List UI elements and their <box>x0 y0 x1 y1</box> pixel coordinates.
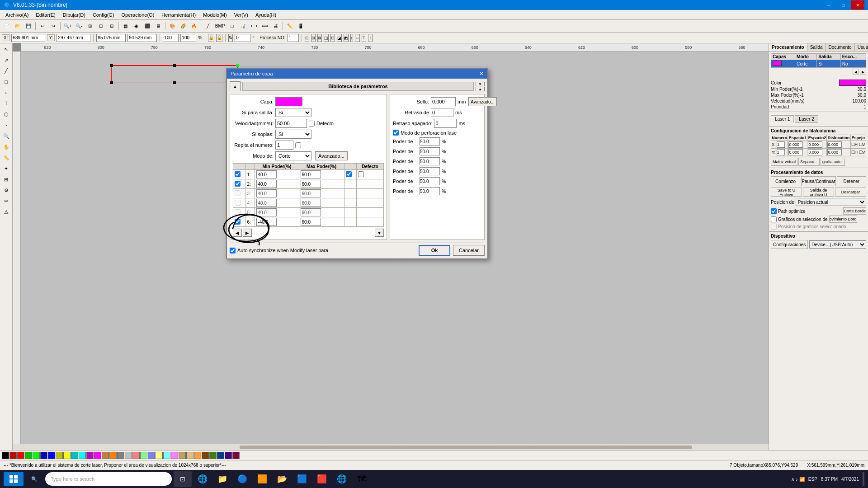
palette-brown[interactable] <box>102 452 109 459</box>
zoom-sel-button[interactable]: ⊡ <box>96 21 106 31</box>
maximize-button[interactable]: □ <box>836 0 850 9</box>
palette-cyan[interactable] <box>79 452 86 459</box>
min-poder-4[interactable] <box>256 199 277 207</box>
show-desktop-btn[interactable] <box>863 472 864 486</box>
device-select[interactable]: Device---(USB:Auto) <box>809 240 866 249</box>
palette-darkmagenta[interactable] <box>86 452 94 459</box>
retraso-input[interactable] <box>431 108 453 117</box>
config-y-esp2[interactable] <box>808 149 822 155</box>
lock-btn[interactable]: 🔒 <box>208 34 214 42</box>
graph-btn5[interactable]: ⟷ <box>249 21 259 31</box>
menu-modelo[interactable]: Modelo(M) <box>199 11 231 19</box>
retraso-apagado-input[interactable] <box>434 119 457 128</box>
rect-tool[interactable]: □ <box>1 77 11 87</box>
view-btn4[interactable]: 🖥 <box>153 21 163 31</box>
tab-procesamiento[interactable]: Procesamiento <box>769 43 807 51</box>
view-btn3[interactable]: ⬛ <box>142 21 152 31</box>
taskbar-chrome[interactable]: 🔵 <box>233 471 251 487</box>
min-poder-5[interactable] <box>256 208 277 216</box>
power-defecto-1[interactable] <box>358 171 364 177</box>
laser2-tab[interactable]: Laser 2 <box>795 115 818 123</box>
salida-u-button[interactable]: Salida de archivo U <box>803 188 834 197</box>
start-button[interactable] <box>4 472 24 486</box>
save-button[interactable]: 💾 <box>24 21 33 31</box>
graph-btn3[interactable]: □ <box>227 21 237 31</box>
menu-operaciones[interactable]: Operacione(O) <box>118 11 158 19</box>
auto-sync-check[interactable] <box>230 248 236 253</box>
pos-graficos-check[interactable] <box>771 224 777 230</box>
x-coord-input[interactable] <box>11 34 45 42</box>
modo-select[interactable]: Corte Grabado <box>275 151 311 160</box>
tool-btn3[interactable]: 🔥 <box>189 21 199 31</box>
circle-tool[interactable]: ○ <box>1 88 11 98</box>
tab-documento[interactable]: Documento <box>826 43 855 51</box>
menu-archivo[interactable]: Archivo(A) <box>2 11 32 19</box>
dialog-scroll-down[interactable]: ▼ <box>476 82 485 86</box>
palette-wheat[interactable] <box>186 452 193 459</box>
palette-darkcyan[interactable] <box>71 452 78 459</box>
descargar-button[interactable]: Descargar <box>835 188 866 197</box>
nav-prev[interactable]: ◀ <box>233 229 242 237</box>
undo-button[interactable]: ↩ <box>38 21 47 31</box>
config-y-dis[interactable] <box>827 149 842 155</box>
select-tool[interactable]: ↖ <box>1 44 11 54</box>
menu-ayuda[interactable]: Ayuda(H) <box>252 11 280 19</box>
align-btn3[interactable]: ⊠ <box>317 34 322 42</box>
config-x-esp2[interactable] <box>808 141 822 148</box>
align-btn11[interactable]: ⊥ <box>368 34 373 42</box>
taskbar-app9[interactable]: 🗺 <box>353 471 371 487</box>
height-input[interactable] <box>127 34 157 42</box>
palette-darkyellow[interactable] <box>56 452 63 459</box>
taskbar-app4[interactable]: 🟧 <box>253 471 271 487</box>
taskbar-app5[interactable]: 📂 <box>273 471 291 487</box>
rotate-btn[interactable]: ↻ <box>228 34 233 42</box>
repita-check[interactable] <box>295 142 301 148</box>
path-tool[interactable]: ⚙ <box>1 185 11 195</box>
palette-maroon[interactable] <box>232 452 240 459</box>
dialog-scroll-up-sm[interactable]: ▲ <box>476 87 485 91</box>
measure-tool[interactable]: 📏 <box>1 153 11 163</box>
corte-borde-button[interactable]: Corte Borde <box>843 207 866 215</box>
max-poder-6[interactable] <box>301 218 321 226</box>
zoom-all-button[interactable]: ⊟ <box>107 21 117 31</box>
save-u-button[interactable]: Save to U Archivo <box>771 188 802 197</box>
max-poder-4[interactable] <box>301 199 321 207</box>
open-button[interactable]: 📂 <box>13 21 23 31</box>
zoom-in-button[interactable]: 🔍+ <box>62 21 73 31</box>
grid-tool[interactable]: ⊞ <box>1 174 11 184</box>
close-button[interactable]: ✕ <box>851 0 864 9</box>
taskbar-app7[interactable]: 🟥 <box>313 471 331 487</box>
palette-blue[interactable] <box>48 452 55 459</box>
sello-input[interactable] <box>431 97 456 106</box>
palette-lightgreen[interactable] <box>140 452 147 459</box>
min-poder-6[interactable] <box>256 218 277 226</box>
min-poder-1[interactable] <box>256 170 277 178</box>
align-btn7[interactable]: ◩ <box>344 34 349 42</box>
minimize-button[interactable]: ─ <box>822 0 835 9</box>
matrix-virtual-btn[interactable]: Matriz virtual <box>771 158 797 166</box>
si-soplas-select[interactable]: Si No <box>275 130 311 139</box>
menu-ver[interactable]: Ver(V) <box>231 11 252 19</box>
pausa-button[interactable]: Pausa/Continuar <box>801 176 836 186</box>
power-check-5a[interactable] <box>235 209 241 215</box>
redo-button[interactable]: ↪ <box>48 21 58 31</box>
si-salida-select[interactable]: Si No <box>275 108 311 117</box>
palette-orange[interactable] <box>109 452 117 459</box>
rotate-input[interactable] <box>235 34 250 42</box>
unlock-btn[interactable]: 🔓 <box>216 34 222 42</box>
tool-btn1[interactable]: 🎨 <box>167 21 177 31</box>
tab-usuario[interactable]: Usuario <box>855 43 868 51</box>
taskview-button[interactable]: ⊡ <box>174 471 192 487</box>
power-check-3a[interactable] <box>235 190 241 196</box>
zoom2-input[interactable] <box>180 34 196 42</box>
palette-lightred[interactable] <box>132 452 140 459</box>
view-btn1[interactable]: ▦ <box>121 21 131 31</box>
taskbar-app6[interactable]: 🟦 <box>293 471 311 487</box>
modo-perforacion-check[interactable] <box>393 130 399 136</box>
palette-darkblue[interactable] <box>40 452 47 459</box>
laser-btn1[interactable]: ✏️ <box>285 21 295 31</box>
zoom-out-button[interactable]: 🔍- <box>74 21 84 31</box>
repita-input[interactable] <box>275 141 293 150</box>
grafia-btn[interactable]: grafia auter <box>821 158 845 166</box>
power-check-4a[interactable] <box>235 200 241 206</box>
